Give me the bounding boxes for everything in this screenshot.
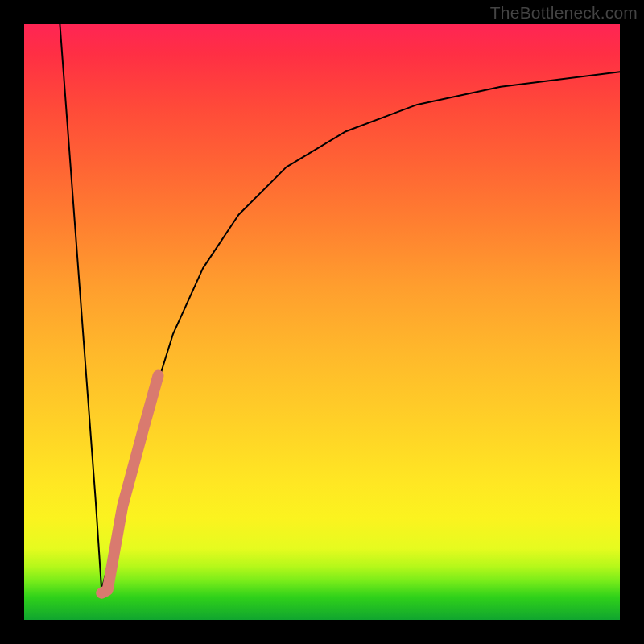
- plot-area: [24, 24, 620, 620]
- series-highlight-segment: [101, 376, 158, 593]
- chart-frame: TheBottleneck.com: [0, 0, 644, 644]
- curve-layer: [24, 24, 620, 620]
- watermark-text: TheBottleneck.com: [490, 3, 638, 23]
- series-right-branch: [101, 72, 620, 590]
- series-left-branch: [60, 24, 101, 590]
